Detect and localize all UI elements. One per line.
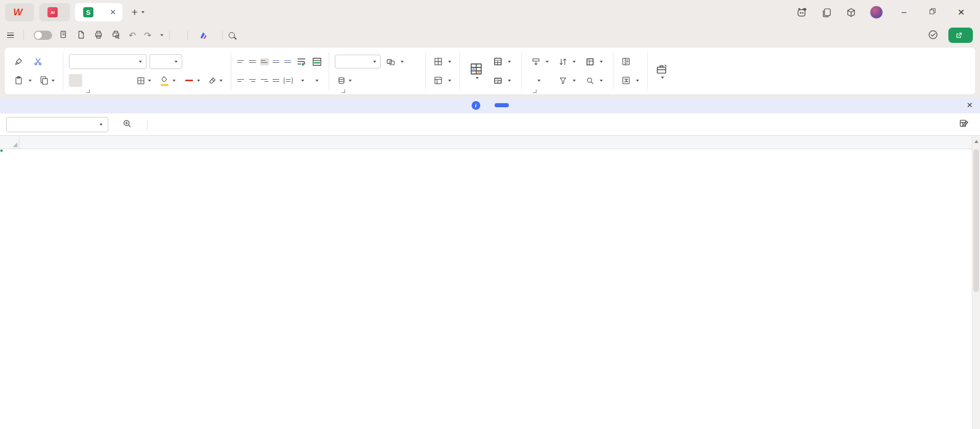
minimize-button[interactable]: –: [896, 7, 912, 17]
scroll-up-icon[interactable]: [974, 140, 978, 143]
sort-dropdown[interactable]: [556, 56, 578, 67]
share-button[interactable]: [948, 28, 973, 43]
align-center-icon[interactable]: [249, 77, 257, 84]
tab-close-icon[interactable]: ✕: [109, 8, 117, 17]
sum-dropdown[interactable]: [529, 78, 543, 83]
new-tab-button[interactable]: +: [132, 6, 138, 18]
comma-style-icon[interactable]: [374, 74, 387, 87]
table-style-icon: [494, 57, 502, 66]
save-icon[interactable]: [59, 30, 68, 41]
autosave-toggle-off[interactable]: [34, 31, 52, 40]
my-tools-button[interactable]: [651, 61, 672, 81]
percent-style-icon[interactable]: [357, 74, 371, 87]
worksheet-dropdown[interactable]: [431, 75, 454, 86]
format-painter-button[interactable]: [12, 56, 28, 67]
align-bottom-icon[interactable]: [260, 58, 269, 65]
align-right-icon[interactable]: [260, 77, 269, 84]
spreadsheet-grid: [0, 136, 980, 429]
clear-format-button[interactable]: [206, 75, 225, 86]
align-top-icon[interactable]: [237, 58, 246, 65]
clipboard-dialog-launcher-icon[interactable]: [86, 89, 90, 93]
merge-center-icon[interactable]: [311, 56, 323, 67]
increase-indent-icon[interactable]: [284, 58, 292, 65]
underline-button[interactable]: [102, 74, 115, 87]
expand-storage-button[interactable]: [495, 103, 509, 107]
proofing-check-icon[interactable]: [928, 30, 938, 41]
wrap-dropdown[interactable]: [296, 78, 307, 83]
print-icon[interactable]: [94, 30, 103, 41]
select-all-corner[interactable]: [0, 136, 19, 149]
tab-document-active[interactable]: S ✕: [75, 3, 122, 21]
merge-dropdown[interactable]: [310, 78, 321, 83]
decrease-font-button[interactable]: [202, 55, 215, 68]
formula-bar: [0, 113, 980, 136]
wps-ai-button[interactable]: [194, 31, 216, 40]
decrease-decimal-icon[interactable]: [406, 74, 420, 87]
form-edit-icon[interactable]: [959, 118, 969, 130]
search-icon[interactable]: [229, 32, 235, 38]
filter-dropdown[interactable]: [556, 75, 578, 86]
titlebar: W AI S ✕ + –: [0, 0, 980, 25]
print-preview-icon[interactable]: [111, 30, 120, 41]
table-nav-button[interactable]: [619, 56, 635, 67]
wrap-text-icon[interactable]: [296, 56, 308, 67]
table-nav-icon: [622, 57, 630, 66]
scrollbar-thumb[interactable]: [973, 149, 979, 292]
fill-color-button[interactable]: [157, 74, 178, 87]
convert-button[interactable]: [384, 56, 406, 67]
freeze-dropdown[interactable]: [583, 56, 605, 67]
justify-icon[interactable]: [272, 77, 281, 84]
tab-list-chevron-icon[interactable]: [141, 11, 144, 13]
sum-status-dropdown[interactable]: [619, 75, 642, 86]
font-dialog-launcher-icon[interactable]: [341, 89, 345, 93]
font-size-select[interactable]: [150, 54, 182, 69]
font-color-button[interactable]: [181, 78, 203, 83]
ai-assistant-icon[interactable]: [796, 7, 807, 18]
quick-access-chevron-icon[interactable]: [160, 34, 163, 36]
bold-button[interactable]: [69, 74, 82, 87]
fill-dropdown[interactable]: [529, 56, 551, 67]
window-stack-icon[interactable]: [821, 7, 832, 18]
increase-decimal-icon[interactable]: [390, 74, 403, 87]
user-avatar[interactable]: [870, 6, 883, 19]
zoom-formula-icon[interactable]: [122, 119, 132, 130]
toolbox-icon: [655, 63, 668, 75]
info-icon: i: [472, 101, 480, 110]
number-dialog-launcher-icon[interactable]: [533, 89, 536, 93]
rows-cols-dropdown[interactable]: [431, 56, 454, 67]
tab-wps-home[interactable]: W: [5, 3, 34, 21]
cut-button[interactable]: [31, 56, 45, 67]
decrease-indent-icon[interactable]: [272, 58, 281, 65]
export-pdf-icon[interactable]: [77, 30, 86, 41]
cell-style-dropdown[interactable]: [491, 75, 513, 86]
vertical-scrollbar[interactable]: [972, 136, 980, 429]
divider: [222, 31, 223, 40]
font-group: [67, 53, 227, 89]
fill-handle[interactable]: [0, 149, 3, 152]
name-box[interactable]: [6, 117, 108, 132]
align-middle-icon[interactable]: [249, 58, 257, 65]
strikethrough-button[interactable]: [118, 74, 131, 87]
file-menu-icon: [7, 33, 14, 38]
close-window-button[interactable]: ✕: [953, 7, 969, 18]
redo-icon[interactable]: ↷: [144, 30, 151, 41]
paste-button[interactable]: [12, 75, 34, 86]
quick-access-toolbar: ↶ ↷: [59, 30, 163, 41]
italic-button[interactable]: [85, 74, 99, 87]
accounting-style-button[interactable]: [335, 75, 354, 86]
distributed-icon[interactable]: [284, 77, 292, 84]
tab-docer-templates[interactable]: AI: [39, 3, 70, 21]
restore-button[interactable]: [925, 7, 940, 17]
conditional-format-button[interactable]: [465, 61, 487, 81]
undo-icon[interactable]: ↶: [129, 30, 136, 41]
table-style-dropdown[interactable]: [491, 56, 513, 67]
font-name-select[interactable]: [69, 54, 146, 69]
align-left-icon[interactable]: [237, 77, 246, 84]
notice-close-icon[interactable]: ✕: [966, 101, 973, 110]
copy-button[interactable]: [37, 75, 57, 86]
find-dropdown[interactable]: [583, 75, 605, 86]
workspace-cube-icon[interactable]: [845, 7, 856, 18]
borders-button[interactable]: [134, 75, 154, 86]
number-format-select[interactable]: [335, 55, 381, 68]
increase-font-button[interactable]: [185, 55, 199, 68]
